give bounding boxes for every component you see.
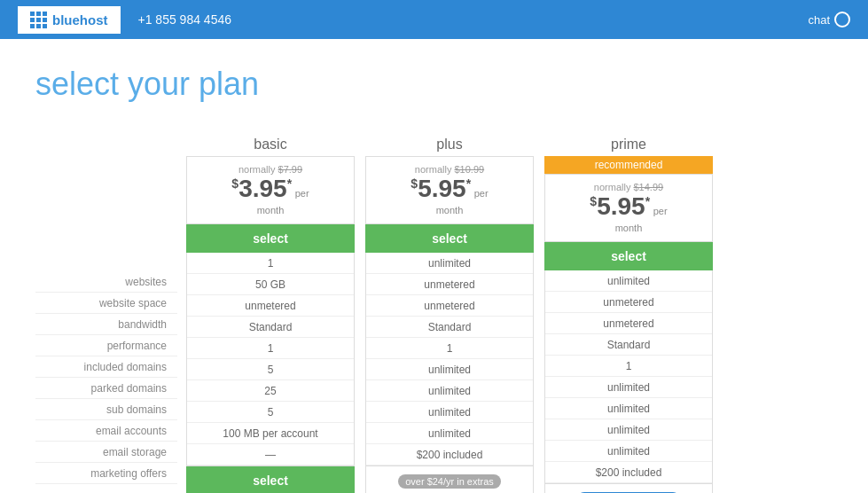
plus-marketing-offers: $200 included <box>366 444 533 466</box>
chat-label: chat <box>808 13 830 27</box>
label-header-spacer <box>35 129 177 271</box>
plan-basic: basic normally $7.99 $3.95* permonth sel… <box>186 129 355 493</box>
plan-basic-normally: normally $7.99 <box>196 164 345 175</box>
page-title: select your plan <box>35 66 833 103</box>
pricing-layout: websites website space bandwidth perform… <box>35 129 833 493</box>
basic-email-storage: 100 MB per account <box>187 423 354 444</box>
label-sub-domains: sub domains <box>35 399 177 420</box>
main-content: select your plan websites website space … <box>0 39 868 493</box>
plan-basic-price-box: normally $7.99 $3.95* permonth <box>186 156 355 224</box>
label-email-storage: email storage <box>35 442 177 463</box>
plan-plus-price: $5.95* permonth <box>375 175 524 216</box>
basic-marketing-offers: — <box>187 444 354 466</box>
label-website-space: website space <box>35 293 177 314</box>
plus-parked-domains: unlimited <box>366 359 533 380</box>
plan-prime-price: $5.95* permonth <box>554 192 703 234</box>
plan-prime-recommended-badge: recommended <box>544 156 713 174</box>
plan-prime-extras: over $80/yr in extras 1 SpamExperts 1 Do… <box>544 484 713 493</box>
plan-plus-price-box: normally $10.99 $5.95* permonth <box>365 156 534 224</box>
label-included-domains: included domains <box>35 356 177 378</box>
label-performance: performance <box>35 335 177 356</box>
plan-plus-normally: normally $10.99 <box>375 164 524 175</box>
basic-website-space: 50 GB <box>187 274 354 295</box>
plans-columns: basic normally $7.99 $3.95* permonth sel… <box>186 129 713 493</box>
header: bluehost +1 855 984 4546 chat <box>0 0 868 39</box>
plan-prime-name: prime <box>544 129 713 156</box>
plan-plus-extras: over $24/yr in extras 1 SpamExperts <box>365 466 534 493</box>
basic-websites: 1 <box>187 253 354 274</box>
basic-bandwidth: unmetered <box>187 295 354 317</box>
label-email-accounts: email accounts <box>35 420 177 442</box>
prime-websites: unlimited <box>545 270 712 292</box>
chat-button[interactable]: chat <box>808 12 850 27</box>
plus-website-space: unmetered <box>366 274 533 295</box>
plus-email-accounts: unlimited <box>366 402 533 423</box>
plan-plus-features: unlimited unmetered unmetered Standard 1… <box>365 253 534 466</box>
basic-included-domains: 1 <box>187 338 354 359</box>
chat-icon <box>834 12 850 27</box>
prime-included-domains: 1 <box>545 356 712 377</box>
plan-prime-normally: normally $14.99 <box>554 182 703 192</box>
prime-sub-domains: unlimited <box>545 398 712 419</box>
basic-sub-domains: 25 <box>187 380 354 402</box>
prime-email-accounts: unlimited <box>545 419 712 441</box>
prime-performance: Standard <box>545 334 712 356</box>
basic-email-accounts: 5 <box>187 402 354 423</box>
plus-websites: unlimited <box>366 253 533 274</box>
plus-sub-domains: unlimited <box>366 380 533 402</box>
prime-email-storage: unlimited <box>545 441 712 462</box>
plan-plus-select-top[interactable]: select <box>365 224 534 253</box>
plan-basic-select-bottom[interactable]: select <box>186 466 355 493</box>
plan-plus: plus normally $10.99 $5.95* permonth sel… <box>365 129 534 493</box>
prime-parked-domains: unlimited <box>545 377 712 398</box>
phone-number[interactable]: +1 855 984 4546 <box>138 12 232 27</box>
label-marketing-offers: marketing offers <box>35 463 177 484</box>
basic-parked-domains: 5 <box>187 359 354 380</box>
plus-included-domains: 1 <box>366 338 533 359</box>
plan-prime-features: unlimited unmetered unmetered Standard 1… <box>544 270 713 484</box>
plan-plus-name: plus <box>365 129 534 156</box>
prime-bandwidth: unmetered <box>545 313 712 334</box>
plus-extras-badge: over $24/yr in extras <box>398 474 501 489</box>
plan-basic-features: 1 50 GB unmetered Standard 1 5 25 5 100 … <box>186 253 355 466</box>
plan-basic-name: basic <box>186 129 355 156</box>
plan-basic-price: $3.95* permonth <box>196 175 345 216</box>
basic-performance: Standard <box>187 317 354 338</box>
plus-bandwidth: unmetered <box>366 295 533 317</box>
logo-text: bluehost <box>52 12 108 27</box>
plan-prime-price-box: normally $14.99 $5.95* permonth <box>544 174 713 242</box>
label-websites: websites <box>35 271 177 293</box>
plan-prime: prime recommended normally $14.99 $5.95*… <box>544 129 713 493</box>
feature-labels-column: websites website space bandwidth perform… <box>35 129 177 493</box>
prime-marketing-offers: $200 included <box>545 462 712 483</box>
logo-grid-icon <box>30 12 47 28</box>
plan-prime-select-top[interactable]: select <box>544 242 713 270</box>
plan-basic-select-top[interactable]: select <box>186 224 355 253</box>
plus-performance: Standard <box>366 317 533 338</box>
logo[interactable]: bluehost <box>18 6 121 34</box>
label-bandwidth: bandwidth <box>35 314 177 335</box>
prime-website-space: unmetered <box>545 292 712 313</box>
plus-email-storage: unlimited <box>366 423 533 444</box>
label-parked-domains: parked domains <box>35 378 177 399</box>
